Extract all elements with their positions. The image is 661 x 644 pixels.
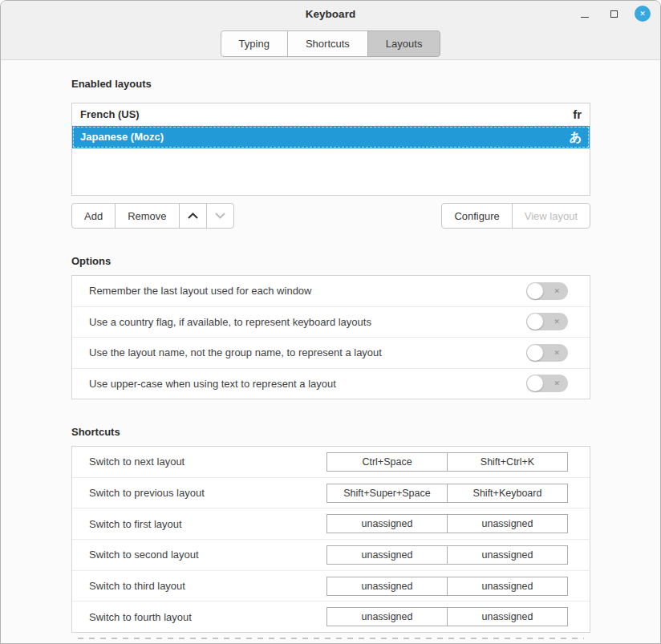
move-layout-up-button[interactable] — [179, 203, 207, 229]
window-controls: ✕ — [577, 1, 651, 26]
toggle-knob — [527, 283, 543, 299]
option-label: Remember the last layout used for each w… — [89, 285, 311, 297]
keybinding-button-1[interactable]: unassigned — [326, 514, 448, 533]
shortcuts-heading: Shortcuts — [71, 426, 590, 439]
view-layout-label: View layout — [525, 210, 578, 222]
tab-typing-label: Typing — [239, 38, 270, 50]
tab-layouts-label: Layouts — [386, 38, 423, 50]
options-heading: Options — [71, 255, 590, 268]
tab-typing[interactable]: Typing — [221, 30, 288, 57]
shortcut-label: Switch to third layout — [89, 580, 185, 592]
add-layout-button[interactable]: Add — [71, 203, 116, 229]
chevron-up-icon — [188, 213, 198, 219]
keybinding-button-2[interactable]: unassigned — [447, 607, 568, 626]
toggle-country-flag[interactable]: ✕ — [526, 313, 568, 330]
option-row-layout-name: Use the layout name, not the group name,… — [72, 338, 590, 369]
option-label: Use the layout name, not the group name,… — [89, 346, 382, 358]
keybinding-group: unassigned unassigned — [326, 514, 568, 533]
tab-bar: Typing Shortcuts Layouts — [1, 30, 660, 57]
options-list: Remember the last layout used for each w… — [71, 275, 590, 399]
keybinding-button-1[interactable]: unassigned — [326, 545, 448, 565]
shortcut-label: Switch to first layout — [89, 518, 182, 530]
keybinding-group: Shift+Super+Space Shift+Keyboard — [326, 484, 568, 503]
keybinding-button-2[interactable]: unassigned — [447, 514, 568, 533]
move-layout-down-button[interactable] — [206, 203, 234, 229]
keybinding-group: unassigned unassigned — [326, 607, 568, 626]
tab-shortcuts[interactable]: Shortcuts — [287, 30, 368, 57]
layout-list-item-japanese[interactable]: Japanese (Mozc) あ — [72, 126, 590, 148]
keybinding-button-1[interactable]: Shift+Super+Space — [326, 484, 448, 503]
shortcut-row-third-layout: Switch to third layout unassigned unassi… — [72, 571, 590, 602]
keybinding-button-1[interactable]: unassigned — [326, 607, 448, 626]
keybinding-group: unassigned unassigned — [326, 577, 568, 596]
enabled-layouts-heading: Enabled layouts — [71, 78, 590, 91]
layout-name: Japanese (Mozc) — [80, 131, 164, 143]
layouts-toolbar: Add Remove Configure — [71, 203, 590, 229]
configure-label: Configure — [454, 210, 499, 222]
toggle-knob — [527, 314, 543, 330]
keybinding-group: Ctrl+Space Shift+Ctrl+K — [326, 452, 568, 472]
tab-layouts[interactable]: Layouts — [367, 30, 441, 57]
shortcut-row-fourth-layout: Switch to fourth layout unassigned unass… — [72, 601, 590, 632]
layouts-page: Enabled layouts French (US) fr Japanese … — [1, 60, 660, 639]
toggle-upper-case[interactable]: ✕ — [526, 375, 568, 392]
option-row-upper-case: Use upper-case when using text to repres… — [72, 369, 590, 399]
add-layout-label: Add — [84, 210, 103, 222]
enabled-layouts-list: French (US) fr Japanese (Mozc) あ — [71, 103, 590, 196]
configure-button[interactable]: Configure — [441, 203, 512, 229]
layout-list-item-french[interactable]: French (US) fr — [72, 103, 590, 126]
shortcut-label: Switch to second layout — [89, 549, 199, 561]
view-layout-button[interactable]: View layout — [512, 203, 590, 229]
toggle-off-icon: ✕ — [554, 349, 560, 356]
close-button[interactable]: ✕ — [635, 6, 651, 22]
shortcut-label: Switch to previous layout — [89, 487, 205, 499]
toggle-off-icon: ✕ — [554, 318, 560, 326]
shortcut-row-second-layout: Switch to second layout unassigned unass… — [72, 540, 590, 571]
keybinding-button-2[interactable]: unassigned — [447, 545, 568, 565]
shortcut-row-previous-layout: Switch to previous layout Shift+Super+Sp… — [72, 478, 590, 509]
keybinding-button-2[interactable]: Shift+Ctrl+K — [447, 452, 568, 472]
shortcut-row-next-layout: Switch to next layout Ctrl+Space Shift+C… — [72, 447, 590, 478]
keyboard-settings-window: Keyboard ✕ Typing Shortcuts Lay — [0, 0, 661, 644]
layout-indicator-glyph: あ — [570, 131, 582, 143]
layout-name: French (US) — [80, 108, 140, 120]
keybinding-button-2[interactable]: unassigned — [447, 577, 568, 596]
keybinding-group: unassigned unassigned — [326, 545, 568, 565]
toggle-remember-layout[interactable]: ✕ — [526, 282, 568, 300]
shortcuts-list: Switch to next layout Ctrl+Space Shift+C… — [71, 446, 590, 633]
close-icon: ✕ — [639, 10, 646, 18]
layout-indicator-glyph: fr — [573, 108, 582, 120]
option-label: Use a country flag, if available, to rep… — [89, 316, 371, 328]
window-title: Keyboard — [306, 8, 355, 20]
toggle-off-icon: ✕ — [554, 380, 560, 387]
layouts-action-button-group: Configure View layout — [441, 203, 590, 229]
maximize-button[interactable] — [606, 6, 622, 22]
titlebar: Keyboard ✕ — [1, 1, 660, 26]
shortcut-label: Switch to next layout — [89, 456, 185, 468]
remove-layout-label: Remove — [128, 210, 166, 222]
shortcut-row-first-layout: Switch to first layout unassigned unassi… — [72, 508, 590, 540]
window-header: Keyboard ✕ Typing Shortcuts Lay — [1, 1, 660, 60]
layouts-edit-button-group: Add Remove — [71, 203, 234, 229]
option-label: Use upper-case when using text to repres… — [89, 378, 336, 390]
minimize-button[interactable] — [577, 6, 593, 22]
option-row-remember-layout: Remember the last layout used for each w… — [72, 276, 590, 307]
remove-layout-button[interactable]: Remove — [115, 203, 179, 229]
keybinding-button-2[interactable]: Shift+Keyboard — [447, 484, 568, 503]
minimize-icon — [581, 10, 589, 18]
toggle-layout-name[interactable]: ✕ — [526, 344, 568, 362]
scroll-undershoot-indicator — [78, 638, 584, 639]
keybinding-button-1[interactable]: unassigned — [326, 577, 448, 596]
option-row-country-flag: Use a country flag, if available, to rep… — [72, 307, 590, 338]
toggle-knob — [527, 345, 543, 361]
tab-shortcuts-label: Shortcuts — [306, 38, 350, 50]
toggle-off-icon: ✕ — [554, 287, 560, 294]
shortcut-label: Switch to fourth layout — [89, 611, 192, 623]
maximize-icon — [610, 10, 618, 18]
keybinding-button-1[interactable]: Ctrl+Space — [326, 452, 448, 472]
chevron-down-icon — [215, 213, 225, 219]
toggle-knob — [527, 375, 543, 391]
